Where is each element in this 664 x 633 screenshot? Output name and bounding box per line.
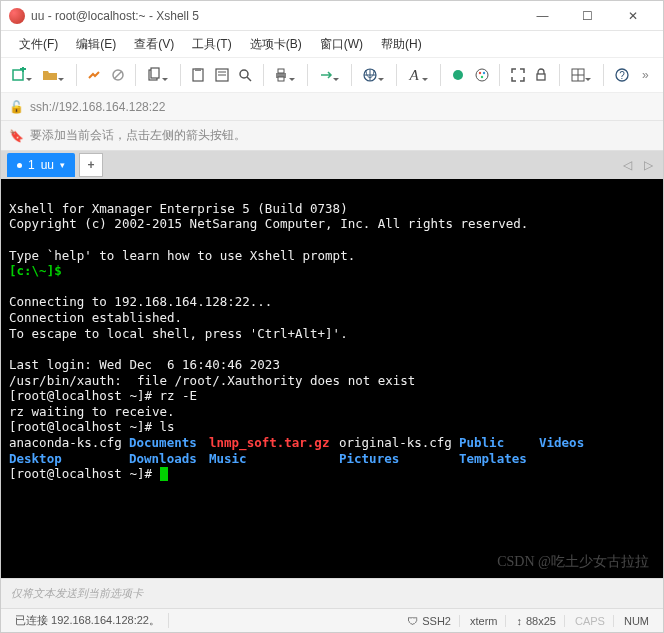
status-num: NUM — [616, 615, 657, 627]
svg-rect-6 — [151, 68, 159, 78]
svg-point-22 — [481, 76, 483, 78]
separator — [307, 64, 308, 86]
properties-button[interactable] — [212, 64, 231, 86]
window-title: uu - root@localhost:~ - Xshell 5 — [31, 9, 520, 23]
svg-point-12 — [240, 70, 248, 78]
maximize-button[interactable]: ☐ — [565, 1, 610, 31]
menu-view[interactable]: 查看(V) — [128, 34, 180, 55]
tab-index: 1 — [28, 158, 35, 172]
xauth-line: /usr/bin/xauth: file /root/.Xauthority d… — [9, 373, 415, 388]
prompt-1: [root@localhost ~]# — [9, 388, 160, 403]
prompt-3: [root@localhost ~]# — [9, 466, 160, 481]
type-help-line: Type `help' to learn how to use Xshell p… — [9, 248, 355, 263]
tab-next-icon[interactable]: ▷ — [640, 158, 657, 172]
separator — [135, 64, 136, 86]
lastlogin-line: Last login: Wed Dec 6 16:40:46 2023 — [9, 357, 280, 372]
transfer-button[interactable] — [316, 64, 335, 86]
print-button[interactable] — [272, 64, 291, 86]
resize-icon: ↕ — [516, 615, 522, 627]
tab-active[interactable]: 1 uu ▾ — [7, 153, 75, 177]
separator — [180, 64, 181, 86]
ls-item: original-ks.cfg — [339, 435, 459, 451]
established-line: Connection established. — [9, 310, 182, 325]
copy-button[interactable] — [144, 64, 163, 86]
globe-button[interactable] — [360, 64, 379, 86]
tab-prev-icon[interactable]: ◁ — [619, 158, 636, 172]
ls-item: Public — [459, 435, 539, 451]
local-prompt: [c:\~]$ — [9, 263, 62, 278]
address-bar: 🔓 ssh://192.168.164.128:22 — [1, 93, 663, 121]
svg-rect-0 — [13, 70, 23, 80]
ls-item: anaconda-ks.cfg — [9, 435, 129, 451]
ls-item: Videos — [539, 435, 584, 450]
menu-help[interactable]: 帮助(H) — [375, 34, 428, 55]
ls-item: Templates — [459, 451, 527, 466]
svg-text:?: ? — [619, 70, 625, 81]
palette-button[interactable] — [472, 64, 491, 86]
new-session-button[interactable] — [9, 64, 28, 86]
ls-item: Music — [209, 451, 339, 467]
status-bar: 已连接 192.168.164.128:22。 🛡SSH2 xterm ↕88x… — [1, 608, 663, 632]
svg-point-20 — [479, 72, 481, 74]
ls-item: Downloads — [129, 451, 209, 467]
watermark: CSDN @吃土少女古拉拉 — [497, 553, 649, 571]
svg-rect-23 — [537, 74, 545, 80]
cursor — [160, 467, 168, 481]
ls-item: Desktop — [9, 451, 129, 467]
reconnect-button[interactable] — [85, 64, 104, 86]
status-caps: CAPS — [567, 615, 614, 627]
banner-line: Xshell for Xmanager Enterprise 5 (Build … — [9, 201, 348, 216]
menu-edit[interactable]: 编辑(E) — [70, 34, 122, 55]
protocol-icon: 🔓 — [9, 100, 24, 114]
separator — [440, 64, 441, 86]
tab-label: uu — [41, 158, 54, 172]
help-icon[interactable]: ? — [612, 64, 631, 86]
title-bar: uu - root@localhost:~ - Xshell 5 — ☐ ✕ — [1, 1, 663, 31]
terminal[interactable]: Xshell for Xmanager Enterprise 5 (Build … — [1, 179, 663, 578]
color-button[interactable] — [449, 64, 468, 86]
app-icon — [9, 8, 25, 24]
menu-tools[interactable]: 工具(T) — [186, 34, 237, 55]
toolbar: A ? » — [1, 57, 663, 93]
menu-window[interactable]: 窗口(W) — [314, 34, 369, 55]
find-button[interactable] — [235, 64, 254, 86]
status-term: xterm — [462, 615, 507, 627]
svg-line-4 — [114, 71, 122, 79]
address-input[interactable]: ssh://192.168.164.128:22 — [30, 100, 655, 114]
paste-button[interactable] — [189, 64, 208, 86]
shield-icon: 🛡 — [407, 615, 418, 627]
hint-text: 要添加当前会话，点击左侧的箭头按钮。 — [30, 127, 246, 144]
toolbar-overflow[interactable]: » — [636, 64, 655, 86]
status-connected: 已连接 192.168.164.128:22。 — [7, 613, 169, 628]
separator — [76, 64, 77, 86]
minimize-button[interactable]: — — [520, 1, 565, 31]
tab-add-button[interactable]: + — [79, 153, 103, 177]
escape-line: To escape to local shell, press 'Ctrl+Al… — [9, 326, 348, 341]
menu-file[interactable]: 文件(F) — [13, 34, 64, 55]
disconnect-button[interactable] — [108, 64, 127, 86]
svg-point-19 — [476, 69, 488, 81]
separator — [263, 64, 264, 86]
status-size: ↕88x25 — [508, 615, 564, 627]
prompt-2: [root@localhost ~]# — [9, 419, 160, 434]
fullscreen-button[interactable] — [508, 64, 527, 86]
font-button[interactable]: A — [404, 64, 423, 86]
cmd-2: ls — [160, 419, 175, 434]
menu-bar: 文件(F) 编辑(E) 查看(V) 工具(T) 选项卡(B) 窗口(W) 帮助(… — [1, 31, 663, 57]
svg-rect-15 — [278, 69, 284, 73]
menu-options[interactable]: 选项卡(B) — [244, 34, 308, 55]
svg-rect-8 — [195, 68, 201, 71]
layout-button[interactable] — [568, 64, 587, 86]
compose-input[interactable]: 仅将文本发送到当前选项卡 — [1, 578, 663, 608]
tab-dropdown-icon[interactable]: ▾ — [60, 160, 65, 170]
lock-icon-button[interactable] — [532, 64, 551, 86]
ls-item: Pictures — [339, 451, 459, 467]
close-button[interactable]: ✕ — [610, 1, 655, 31]
cmd-1: rz -E — [160, 388, 198, 403]
svg-point-21 — [483, 72, 485, 74]
svg-point-18 — [453, 70, 463, 80]
separator — [396, 64, 397, 86]
bookmark-icon[interactable]: 🔖 — [9, 129, 24, 143]
separator — [603, 64, 604, 86]
open-session-button[interactable] — [40, 64, 59, 86]
